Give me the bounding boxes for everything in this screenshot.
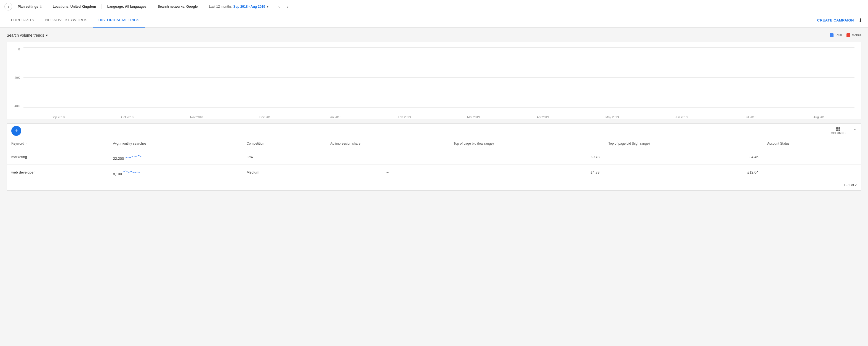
legend-total-label: Total	[835, 33, 842, 37]
x-label: Apr 2019	[508, 115, 578, 119]
chart-header: Search volume trends ▾ Total Mobile	[7, 33, 861, 37]
create-campaign-button[interactable]: CREATE CAMPAIGN	[817, 18, 854, 22]
tab-forecasts[interactable]: FORECASTS	[5, 13, 40, 28]
last-12-months-label: Last 12 months	[209, 5, 231, 8]
chart-dropdown-icon: ▾	[46, 33, 48, 37]
main-content: Search volume trends ▾ Total Mobile 40K …	[0, 28, 868, 196]
cell-ad-impression: –	[326, 165, 449, 180]
cell-top-bid-high: £12.04	[604, 165, 763, 180]
date-dropdown-icon: ▾	[267, 5, 269, 8]
legend-mobile-label: Mobile	[852, 33, 861, 37]
data-table: Keyword ↑ Avg. monthly searches Competit…	[7, 138, 861, 180]
th-ad-impression: Ad impression share	[326, 138, 449, 149]
y-label-0: 0	[18, 48, 20, 51]
nav-arrows: ‹ ›	[275, 3, 291, 10]
pagination-text: 1 - 2 of 2	[844, 183, 857, 187]
cell-competition: Low	[242, 149, 326, 165]
tab-negative-keywords[interactable]: NEGATIVE KEYWORDS	[40, 13, 93, 28]
y-axis: 40K 20K 0	[7, 48, 22, 108]
prev-button[interactable]: ‹	[275, 3, 283, 10]
tab-bar: FORECASTS NEGATIVE KEYWORDS HISTORICAL M…	[0, 13, 868, 28]
th-top-bid-high: Top of page bid (high range)	[604, 138, 763, 149]
table-row: marketing 22,200 Low – £0.78 £4.46	[7, 149, 861, 165]
col-icon-1	[836, 127, 838, 129]
add-button[interactable]: +	[11, 126, 21, 136]
legend-total-color	[830, 33, 834, 37]
x-label: Aug 2019	[785, 115, 855, 119]
x-label: Jun 2019	[647, 115, 716, 119]
cell-account-status	[763, 149, 861, 165]
back-button[interactable]: ‹	[4, 3, 12, 10]
x-label: Feb 2019	[370, 115, 439, 119]
search-networks-label: Search networks:	[158, 5, 185, 8]
divider-1	[47, 4, 47, 9]
plan-settings-label: Plan settings ℹ	[18, 5, 41, 8]
sort-icon: ↑	[26, 142, 28, 145]
th-keyword-label: Keyword	[11, 142, 24, 145]
legend-mobile-color	[846, 33, 850, 37]
chart-container: 40K 20K 0 Sep 2018Oct 2018Nov 2018Dec 20…	[7, 42, 861, 119]
columns-label: COLUMNS	[831, 132, 846, 135]
legend-total: Total	[830, 33, 842, 37]
cell-avg-monthly: 8,100	[108, 165, 242, 180]
col-icon-2	[838, 127, 840, 129]
th-keyword[interactable]: Keyword ↑	[7, 138, 108, 149]
search-networks-section: Search networks: Google	[158, 5, 198, 8]
table-section: + COLUMNS ⌃ Keyword ↑	[7, 124, 861, 191]
columns-button[interactable]: COLUMNS	[831, 127, 846, 135]
x-label: Sep 2018	[24, 115, 93, 119]
date-range-value: Sep 2018 - Aug 2019	[234, 5, 266, 8]
col-icon-3	[836, 130, 838, 131]
table-toolbar: + COLUMNS ⌃	[7, 124, 861, 138]
x-label: Mar 2019	[439, 115, 508, 119]
divider-2	[101, 4, 102, 9]
next-button[interactable]: ›	[284, 3, 291, 10]
x-label: May 2019	[578, 115, 647, 119]
cell-competition: Medium	[242, 165, 326, 180]
th-avg-monthly: Avg. monthly searches	[108, 138, 242, 149]
x-label: Jul 2019	[716, 115, 785, 119]
locations-label: Locations:	[53, 5, 69, 8]
tab-historical-metrics-label: HISTORICAL METRICS	[98, 18, 140, 22]
tab-forecasts-label: FORECASTS	[11, 18, 34, 22]
y-label-40k: 40K	[14, 104, 20, 108]
x-label: Jan 2019	[301, 115, 370, 119]
search-networks-value: Google	[186, 5, 197, 8]
columns-icon	[836, 127, 840, 131]
table-body: marketing 22,200 Low – £0.78 £4.46 web d…	[7, 149, 861, 180]
bars-container	[24, 48, 855, 108]
tab-negative-keywords-label: NEGATIVE KEYWORDS	[45, 18, 88, 22]
table-header-row: Keyword ↑ Avg. monthly searches Competit…	[7, 138, 861, 149]
chart-section: Search volume trends ▾ Total Mobile 40K …	[7, 33, 861, 119]
th-account-status: Account Status	[763, 138, 861, 149]
language-label: Language:	[107, 5, 124, 8]
language-value: All languages	[125, 5, 147, 8]
x-label: Nov 2018	[162, 115, 231, 119]
cell-top-bid-low: £4.83	[449, 165, 604, 180]
chart-legend: Total Mobile	[830, 33, 861, 37]
cell-keyword: marketing	[7, 149, 108, 165]
cell-avg-monthly: 22,200	[108, 149, 242, 165]
tab-historical-metrics[interactable]: HISTORICAL METRICS	[93, 13, 145, 28]
pagination: 1 - 2 of 2	[7, 180, 861, 191]
th-competition: Competition	[242, 138, 326, 149]
table-row: web developer 8,100 Medium – £4.83 £12.0…	[7, 165, 861, 180]
chart-title: Search volume trends	[7, 33, 44, 37]
divider-3	[152, 4, 152, 9]
locations-value: United Kingdom	[70, 5, 96, 8]
col-icon-4	[838, 130, 840, 131]
cell-keyword: web developer	[7, 165, 108, 180]
y-label-20k: 20K	[14, 76, 20, 79]
th-top-bid-low: Top of page bid (low range)	[449, 138, 604, 149]
chart-title-button[interactable]: Search volume trends ▾	[7, 33, 48, 37]
date-range-section[interactable]: Last 12 months Sep 2018 - Aug 2019 ▾	[209, 5, 269, 8]
locations-section: Locations: United Kingdom	[53, 5, 96, 8]
collapse-button[interactable]: ⌃	[852, 128, 857, 134]
x-labels: Sep 2018Oct 2018Nov 2018Dec 2018Jan 2019…	[24, 115, 855, 119]
cell-top-bid-low: £0.78	[449, 149, 604, 165]
x-label: Dec 2018	[231, 115, 301, 119]
legend-mobile: Mobile	[846, 33, 861, 37]
cell-ad-impression: –	[326, 149, 449, 165]
download-button[interactable]: ⬇	[858, 18, 863, 24]
info-icon: ℹ	[40, 5, 41, 8]
